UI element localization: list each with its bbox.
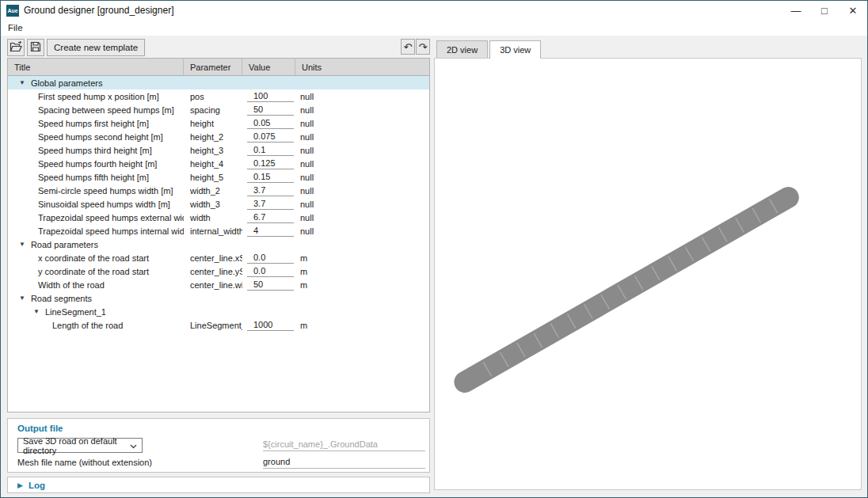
log-title: Log — [29, 481, 45, 490]
3d-view-canvas[interactable] — [434, 58, 862, 490]
row-parameter: width — [184, 213, 242, 222]
close-button[interactable]: ✕ — [839, 1, 867, 20]
parameter-row: Speed humps second height [m] height_2 0… — [8, 130, 429, 143]
parameter-row: Width of the road center_line.width 50 m — [8, 278, 429, 291]
road-svg — [435, 59, 861, 489]
parameter-row: Trapezoidal speed humps external width [… — [8, 211, 429, 224]
save-icon — [30, 41, 41, 54]
row-title: Speed humps fourth height [m] — [8, 159, 184, 169]
value-input[interactable]: 6.7 — [247, 211, 294, 223]
row-title: Length of the road — [8, 321, 184, 330]
view-tabs: 2D view 3D view — [436, 40, 542, 59]
section-title: Road parameters — [31, 240, 98, 249]
parameter-row: y coordinate of the road start center_li… — [8, 264, 429, 278]
parameter-table: Title Parameter Value Units ▼ Global par… — [7, 58, 430, 412]
value-input[interactable]: 0.075 — [247, 131, 294, 143]
value-input[interactable]: 50 — [247, 279, 294, 291]
row-parameter: height_5 — [184, 173, 242, 182]
table-header: Title Parameter Value Units — [8, 59, 429, 76]
chevron-right-icon[interactable]: ▶ — [17, 481, 23, 489]
maximize-button[interactable]: □ — [810, 1, 839, 20]
open-folder-icon — [10, 41, 22, 54]
parameter-row: x coordinate of the road start center_li… — [8, 251, 429, 264]
save-mode-value: Save 3D road on default directory — [23, 436, 130, 455]
row-title: Sinusoidal speed humps width [m] — [8, 200, 184, 209]
row-parameter: height_2 — [184, 132, 242, 142]
save-mode-dropdown[interactable]: Save 3D road on default directory — [17, 438, 143, 453]
row-parameter: spacing — [184, 105, 242, 115]
app-icon: Aue — [6, 5, 19, 17]
row-title: Speed humps first height [m] — [8, 119, 184, 128]
parameter-row: Speed humps third height [m] height_3 0.… — [8, 143, 429, 157]
parameter-row: Length of the road LineSegment_1.L 1000 … — [8, 318, 429, 332]
value-input[interactable]: 0.1 — [247, 144, 294, 156]
tab-3d-view[interactable]: 3D view — [489, 40, 541, 59]
chevron-down-icon[interactable]: ▼ — [19, 241, 25, 248]
row-parameter: pos — [184, 92, 242, 101]
row-parameter: height_4 — [184, 159, 242, 169]
section-title: LineSegment_1 — [45, 307, 106, 317]
value-input[interactable]: 100 — [247, 90, 294, 102]
mesh-file-name-input[interactable] — [263, 455, 425, 469]
value-input[interactable]: 4 — [247, 225, 294, 237]
parameter-row: Spacing between speed humps [m] spacing … — [8, 103, 429, 116]
value-input[interactable]: 0.125 — [247, 158, 294, 169]
mesh-file-name-label: Mesh file name (without extension) — [17, 458, 152, 467]
row-parameter: center_line.yStart — [184, 267, 242, 276]
column-header-parameter[interactable]: Parameter — [184, 59, 242, 75]
value-input[interactable]: 0.0 — [247, 252, 294, 264]
row-units: null — [295, 146, 429, 155]
undo-button[interactable]: ↶ — [401, 39, 415, 55]
column-header-title[interactable]: Title — [8, 59, 184, 75]
redo-button[interactable]: ↷ — [416, 39, 430, 55]
column-header-units[interactable]: Units — [295, 59, 429, 75]
file-pattern-input[interactable] — [263, 438, 425, 451]
chevron-down-icon[interactable]: ▼ — [19, 295, 25, 302]
tree-section-row[interactable]: ▼ Road parameters — [8, 238, 429, 251]
redo-icon: ↷ — [419, 41, 428, 53]
row-parameter: internal_width — [184, 226, 242, 236]
value-input[interactable]: 0.05 — [247, 117, 294, 129]
value-input[interactable]: 0.0 — [247, 265, 294, 277]
section-title: Road segments — [31, 294, 92, 303]
toolbar: Create new template — [7, 39, 145, 56]
parameter-row: Semi-circle speed humps width [m] width_… — [8, 184, 429, 197]
tree-section-row[interactable]: ▼ Road segments — [8, 291, 429, 305]
titlebar: Aue Ground designer [ground_designer] — … — [1, 1, 867, 20]
row-title: First speed hump x position [m] — [8, 92, 184, 101]
row-units: null — [295, 92, 429, 101]
value-input[interactable]: 1000 — [247, 319, 294, 331]
chevron-down-icon[interactable]: ▼ — [19, 79, 25, 86]
parameter-row: First speed hump x position [m] pos 100 … — [8, 89, 429, 103]
value-input[interactable]: 50 — [247, 104, 294, 116]
tree-section-row[interactable]: ▼ LineSegment_1 — [8, 305, 429, 318]
column-header-value[interactable]: Value — [242, 59, 295, 75]
dropdown-chevron-icon — [130, 441, 137, 450]
row-title: Width of the road — [8, 280, 184, 290]
menubar: File — [1, 20, 867, 36]
parameter-row: Sinusoidal speed humps width [m] width_3… — [8, 197, 429, 211]
create-new-template-button[interactable]: Create new template — [47, 39, 145, 56]
minimize-button[interactable]: — — [782, 1, 810, 20]
output-file-title: Output file — [17, 424, 63, 433]
undo-icon: ↶ — [404, 41, 413, 53]
row-units: m — [295, 280, 429, 290]
log-section[interactable]: ▶ Log — [7, 477, 430, 493]
save-template-button[interactable] — [27, 39, 44, 56]
row-title: Speed humps second height [m] — [8, 132, 184, 142]
value-input[interactable]: 3.7 — [247, 198, 294, 210]
tree-section-row[interactable]: ▼ Global parameters — [8, 76, 429, 89]
chevron-down-icon[interactable]: ▼ — [33, 308, 40, 315]
row-units: null — [295, 226, 429, 236]
row-parameter: center_line.xStart — [184, 253, 242, 263]
undo-redo-group: ↶ ↷ — [401, 39, 430, 55]
menu-file[interactable]: File — [1, 23, 30, 32]
open-template-button[interactable] — [7, 39, 25, 56]
row-units: m — [295, 253, 429, 263]
tab-2d-view[interactable]: 2D view — [436, 40, 488, 58]
parameter-row: Speed humps fifth height [m] height_5 0.… — [8, 170, 429, 184]
window-title: Ground designer [ground_designer] — [24, 5, 173, 16]
row-units: null — [295, 159, 429, 169]
value-input[interactable]: 3.7 — [247, 184, 294, 196]
value-input[interactable]: 0.15 — [247, 171, 294, 183]
